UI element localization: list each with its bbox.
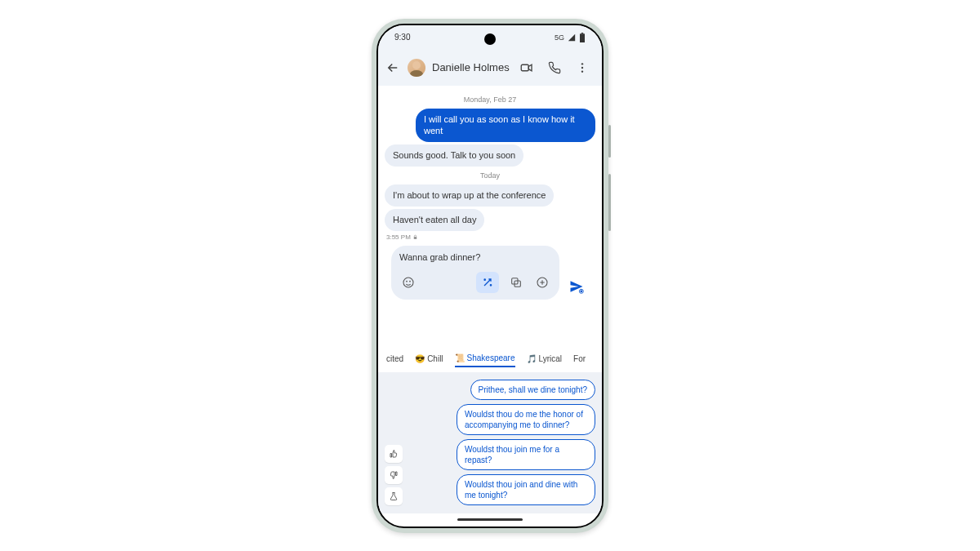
svg-rect-6	[414, 237, 417, 239]
svg-point-4	[581, 66, 583, 68]
message-incoming[interactable]: Haven't eaten all day	[385, 209, 484, 231]
compose-input[interactable]: Wanna grab dinner?	[399, 252, 551, 262]
svg-point-11	[490, 284, 491, 285]
date-separator: Monday, Feb 27	[385, 96, 595, 104]
suggestion-chip[interactable]: Wouldst thou join and dine with me tonig…	[457, 474, 595, 505]
back-button[interactable]	[385, 60, 401, 76]
contact-name[interactable]: Danielle Holmes	[432, 61, 512, 73]
message-list[interactable]: Monday, Feb 27 I will call you as soon a…	[378, 86, 602, 347]
magic-compose-button[interactable]	[476, 272, 499, 293]
more-menu-button[interactable]	[574, 60, 590, 76]
svg-rect-2	[521, 64, 528, 71]
svg-point-3	[581, 63, 583, 64]
chat-header: Danielle Holmes	[378, 50, 602, 86]
svg-point-9	[410, 281, 411, 282]
experiment-button[interactable]	[385, 487, 403, 505]
gallery-button[interactable]	[507, 273, 525, 291]
svg-point-5	[581, 70, 583, 72]
suggestion-chip[interactable]: Wouldst thou do me the honor of accompan…	[457, 404, 595, 435]
suggestion-chip[interactable]: Wouldst thou join me for a repast?	[457, 439, 595, 470]
screen: 9:30 5G Danielle Holmes	[376, 24, 604, 528]
add-button[interactable]	[533, 273, 551, 291]
status-time: 9:30	[394, 33, 410, 42]
lock-icon	[412, 234, 418, 240]
date-separator: Today	[385, 171, 595, 180]
thumbs-down-button[interactable]	[385, 466, 403, 484]
tone-tabs: cited 😎Chill 📜Shakespeare 🎵Lyrical For	[378, 347, 602, 373]
send-button[interactable]	[564, 278, 589, 300]
svg-point-10	[484, 279, 485, 280]
phone-frame: 9:30 5G Danielle Holmes	[372, 19, 608, 533]
message-incoming[interactable]: Sounds good. Talk to you soon	[385, 144, 523, 167]
message-outgoing[interactable]: I will call you as soon as I know how it…	[416, 109, 595, 143]
svg-rect-16	[581, 291, 583, 292]
tone-tab-formal[interactable]: For	[573, 353, 586, 367]
emoji-button[interactable]	[399, 273, 417, 291]
avatar[interactable]	[408, 59, 425, 77]
compose-box[interactable]: Wanna grab dinner?	[391, 246, 559, 300]
tone-tab-chill[interactable]: 😎Chill	[415, 353, 443, 367]
svg-point-8	[407, 281, 408, 282]
svg-rect-0	[580, 33, 585, 42]
side-button	[608, 125, 611, 158]
tone-tab-excited[interactable]: cited	[386, 353, 403, 367]
tone-tab-shakespeare[interactable]: 📜Shakespeare	[455, 353, 515, 367]
tone-tab-lyrical[interactable]: 🎵Lyrical	[527, 353, 563, 367]
feedback-buttons	[385, 380, 403, 505]
network-label: 5G	[555, 33, 564, 42]
side-button	[608, 174, 611, 231]
message-timestamp: 3:55 PM	[386, 233, 595, 241]
video-call-button[interactable]	[519, 60, 535, 76]
home-indicator[interactable]	[378, 513, 602, 527]
thumbs-up-button[interactable]	[385, 445, 403, 463]
voice-call-button[interactable]	[546, 60, 563, 76]
suggestion-list: Prithee, shall we dine tonight? Wouldst …	[408, 380, 595, 505]
svg-rect-1	[581, 33, 583, 33]
svg-point-7	[403, 278, 413, 287]
magic-compose-panel: cited 😎Chill 📜Shakespeare 🎵Lyrical For	[378, 347, 602, 513]
battery-icon	[579, 33, 586, 42]
front-camera	[484, 33, 496, 45]
signal-icon	[568, 33, 576, 42]
message-incoming[interactable]: I'm about to wrap up at the conference	[385, 184, 554, 207]
suggestion-chip[interactable]: Prithee, shall we dine tonight?	[470, 380, 595, 400]
